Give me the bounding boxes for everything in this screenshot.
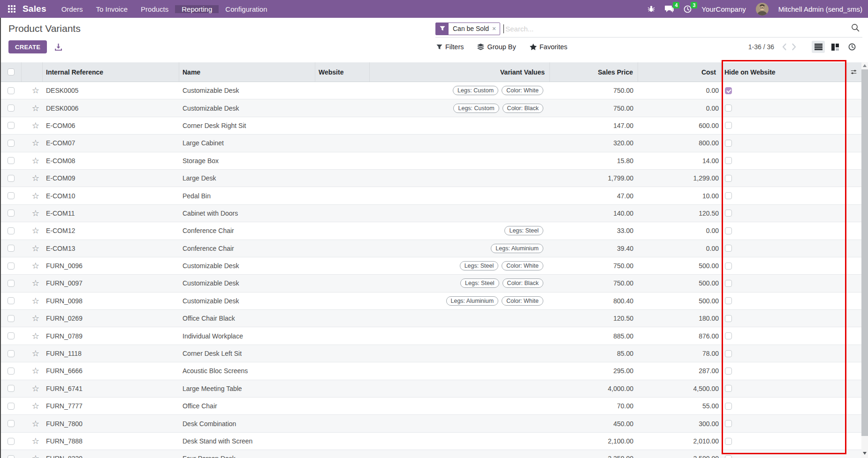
favorite-star-icon[interactable]: ☆ — [32, 262, 39, 270]
hide-on-website-checkbox[interactable] — [725, 227, 732, 234]
row-select-checkbox[interactable] — [8, 157, 15, 164]
table-row[interactable]: ☆E-COM07Large Cabinet320.00800.00 — [0, 135, 861, 152]
table-row[interactable]: ☆FURN_7777Office Chair70.0055.00 — [0, 398, 861, 415]
hide-on-website-checkbox[interactable] — [725, 280, 732, 287]
hide-on-website-checkbox[interactable] — [725, 315, 732, 322]
row-select-checkbox[interactable] — [8, 87, 15, 94]
favorites-button[interactable]: Favorites — [530, 43, 568, 51]
header-col-cost[interactable]: Cost — [638, 62, 721, 82]
header-col-website[interactable]: Website — [315, 62, 370, 82]
favorite-star-icon[interactable]: ☆ — [32, 437, 39, 445]
table-row[interactable]: ☆DESK0006Customizable DeskLegs: CustomCo… — [0, 99, 861, 117]
kanban-view-button[interactable] — [829, 41, 842, 53]
pager-next-icon[interactable] — [792, 43, 797, 51]
table-row[interactable]: ☆E-COM06Corner Desk Right Sit147.00600.0… — [0, 117, 861, 135]
filters-button[interactable]: Filters — [436, 43, 464, 51]
favorite-star-icon[interactable]: ☆ — [32, 384, 39, 393]
table-row[interactable]: ☆FURN_6666Acoustic Bloc Screens295.00287… — [0, 362, 861, 380]
user-menu[interactable]: Mitchell Admin (send_sms) — [778, 5, 862, 13]
hide-on-website-checkbox[interactable] — [725, 263, 732, 270]
user-avatar[interactable] — [756, 3, 769, 15]
table-row[interactable]: ☆E-COM09Large Desk1,799.001,299.00 — [0, 170, 861, 187]
group-by-button[interactable]: Group By — [477, 43, 516, 51]
create-button[interactable]: CREATE — [8, 40, 47, 53]
row-select-checkbox[interactable] — [8, 385, 15, 392]
nav-menu-reporting[interactable]: Reporting — [175, 5, 219, 13]
row-select-checkbox[interactable] — [8, 192, 15, 199]
scrollbar-up-arrow[interactable] — [863, 64, 867, 67]
hide-on-website-checkbox[interactable] — [725, 157, 732, 164]
hide-on-website-checkbox[interactable] — [725, 175, 732, 182]
favorite-star-icon[interactable]: ☆ — [32, 332, 39, 340]
table-row[interactable]: ☆E-COM11Cabinet with Doors140.00120.50 — [0, 205, 861, 222]
row-select-checkbox[interactable] — [8, 403, 15, 410]
header-col-sales-price[interactable]: Sales Price — [550, 62, 638, 82]
hide-on-website-checkbox[interactable] — [725, 192, 732, 199]
table-row[interactable]: ☆FURN_8220Four Person Desk2,350.002,500.… — [0, 450, 861, 458]
header-col-variant-values[interactable]: Variant Values — [370, 62, 550, 82]
scrollbar-thumb[interactable] — [861, 69, 868, 436]
hide-on-website-checkbox[interactable] — [725, 87, 732, 94]
favorite-star-icon[interactable]: ☆ — [32, 244, 39, 253]
company-switcher[interactable]: YourCompany — [701, 5, 746, 13]
favorite-star-icon[interactable]: ☆ — [32, 104, 39, 113]
nav-menu-products[interactable]: Products — [134, 5, 175, 13]
activities-icon[interactable]: 3 — [684, 5, 692, 13]
row-select-checkbox[interactable] — [8, 368, 15, 375]
favorite-star-icon[interactable]: ☆ — [32, 209, 39, 218]
hide-on-website-checkbox[interactable] — [725, 368, 732, 375]
nav-menu-to-invoice[interactable]: To Invoice — [90, 5, 135, 13]
favorite-star-icon[interactable]: ☆ — [32, 349, 39, 358]
nav-menu-configuration[interactable]: Configuration — [219, 5, 274, 13]
table-row[interactable]: ☆FURN_7888Desk Stand with Screen2,100.00… — [0, 433, 861, 450]
hide-on-website-checkbox[interactable] — [725, 420, 732, 427]
row-select-checkbox[interactable] — [8, 263, 15, 270]
select-all-checkbox[interactable] — [8, 68, 15, 75]
row-select-checkbox[interactable] — [8, 297, 15, 304]
hide-on-website-checkbox[interactable] — [725, 245, 732, 252]
scrollbar-down-arrow[interactable] — [863, 452, 867, 455]
app-brand[interactable]: Sales — [23, 4, 46, 14]
header-col-name[interactable]: Name — [179, 62, 315, 82]
table-row[interactable]: ☆DESK0005Customizable DeskLegs: CustomCo… — [0, 82, 861, 99]
hide-on-website-checkbox[interactable] — [725, 210, 732, 217]
nav-menu-orders[interactable]: Orders — [55, 5, 90, 13]
table-row[interactable]: ☆FURN_1118Corner Desk Left Sit85.0078.00 — [0, 345, 861, 362]
favorite-star-icon[interactable]: ☆ — [32, 297, 39, 305]
favorite-star-icon[interactable]: ☆ — [32, 279, 39, 287]
favorite-star-icon[interactable]: ☆ — [32, 420, 39, 428]
favorite-star-icon[interactable]: ☆ — [32, 139, 39, 147]
header-col-internal-reference[interactable]: Internal Reference — [43, 62, 179, 82]
favorite-star-icon[interactable]: ☆ — [32, 86, 39, 95]
messages-icon[interactable]: 4 — [665, 5, 674, 13]
favorite-star-icon[interactable]: ☆ — [32, 367, 39, 375]
debug-bug-icon[interactable] — [647, 5, 655, 13]
table-row[interactable]: ☆FURN_6741Large Meeting Table4,000.004,5… — [0, 380, 861, 398]
row-select-checkbox[interactable] — [8, 350, 15, 357]
list-view-button[interactable] — [812, 41, 825, 53]
apps-menu-icon[interactable] — [8, 5, 16, 13]
row-select-checkbox[interactable] — [8, 105, 15, 112]
table-row[interactable]: ☆FURN_0096Customizable DeskLegs: SteelCo… — [0, 257, 861, 275]
row-select-checkbox[interactable] — [8, 420, 15, 427]
row-select-checkbox[interactable] — [8, 245, 15, 252]
search-icon[interactable] — [851, 23, 860, 34]
header-col-hide-on-website[interactable]: Hide on Website — [721, 62, 847, 82]
table-row[interactable]: ☆FURN_0269Office Chair Black120.50180.00 — [0, 310, 861, 327]
favorite-star-icon[interactable]: ☆ — [32, 121, 39, 130]
hide-on-website-checkbox[interactable] — [725, 332, 732, 339]
hide-on-website-checkbox[interactable] — [725, 403, 732, 410]
table-row[interactable]: ☆E-COM12Conference ChairLegs: Steel33.00… — [0, 222, 861, 240]
row-select-checkbox[interactable] — [8, 455, 15, 458]
hide-on-website-checkbox[interactable] — [725, 297, 732, 304]
row-select-checkbox[interactable] — [8, 332, 15, 339]
table-row[interactable]: ☆E-COM13Conference ChairLegs: Aluminium3… — [0, 240, 861, 257]
row-select-checkbox[interactable] — [8, 280, 15, 287]
search-input[interactable] — [505, 25, 851, 33]
row-select-checkbox[interactable] — [8, 175, 15, 182]
hide-on-website-checkbox[interactable] — [725, 438, 732, 445]
hide-on-website-checkbox[interactable] — [725, 385, 732, 392]
vertical-scrollbar[interactable] — [861, 62, 868, 458]
favorite-star-icon[interactable]: ☆ — [32, 314, 39, 323]
row-select-checkbox[interactable] — [8, 315, 15, 322]
